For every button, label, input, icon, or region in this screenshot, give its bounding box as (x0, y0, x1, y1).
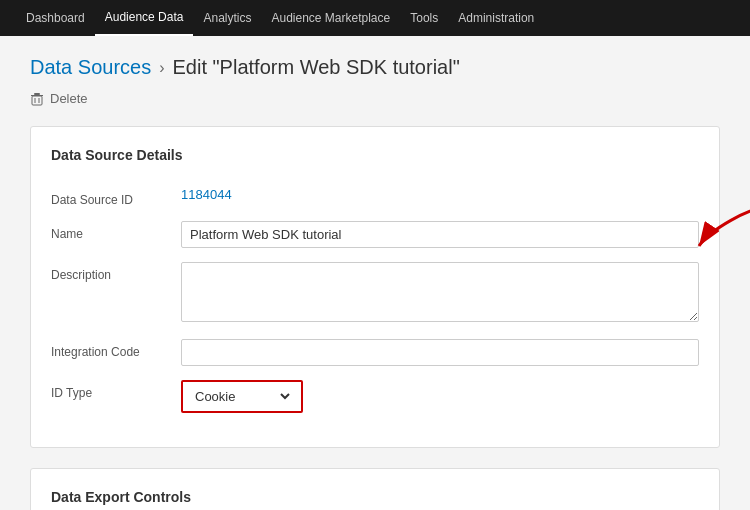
data-source-id-row: Data Source ID 1184044 (51, 187, 699, 207)
data-source-id-label: Data Source ID (51, 187, 181, 207)
integration-code-label: Integration Code (51, 339, 181, 359)
delete-button-label: Delete (50, 91, 88, 106)
data-export-controls-title: Data Export Controls (51, 489, 699, 510)
id-type-field-wrapper: Cookie Cross Device Mobile (181, 380, 699, 413)
integration-code-input[interactable] (181, 339, 699, 366)
name-input[interactable] (181, 221, 699, 248)
trash-icon (30, 92, 44, 106)
svg-rect-2 (32, 96, 42, 105)
data-source-id-value: 1184044 (181, 187, 699, 202)
id-type-select[interactable]: Cookie Cross Device Mobile (191, 388, 293, 405)
description-input[interactable] (181, 262, 699, 322)
page-container: Data Sources › Edit "Platform Web SDK tu… (0, 36, 750, 510)
nav-dashboard[interactable]: Dashboard (16, 0, 95, 36)
nav-audience-marketplace[interactable]: Audience Marketplace (261, 0, 400, 36)
name-field-wrapper (181, 221, 699, 248)
description-label: Description (51, 262, 181, 282)
delete-button[interactable]: Delete (30, 91, 88, 106)
name-label: Name (51, 221, 181, 241)
data-source-id-number: 1184044 (181, 181, 232, 202)
id-type-row: ID Type Cookie Cross Device Mobile (51, 380, 699, 413)
nav-analytics[interactable]: Analytics (193, 0, 261, 36)
data-source-details-card: Data Source Details Data Source ID 11840… (30, 126, 720, 448)
data-source-details-title: Data Source Details (51, 147, 699, 171)
nav-tools[interactable]: Tools (400, 0, 448, 36)
integration-code-row: Integration Code (51, 339, 699, 366)
breadcrumb-separator: › (159, 59, 164, 77)
top-navigation: Dashboard Audience Data Analytics Audien… (0, 0, 750, 36)
data-export-controls-card: Data Export Controls No restriction Cann… (30, 468, 720, 510)
breadcrumb-current: Edit "Platform Web SDK tutorial" (173, 56, 460, 79)
integration-code-field-wrapper (181, 339, 699, 366)
nav-administration[interactable]: Administration (448, 0, 544, 36)
nav-audience-data[interactable]: Audience Data (95, 0, 194, 36)
breadcrumb: Data Sources › Edit "Platform Web SDK tu… (30, 56, 720, 79)
svg-rect-1 (34, 93, 40, 95)
description-row: Description (51, 262, 699, 325)
id-type-label: ID Type (51, 380, 181, 400)
name-row: Name (51, 221, 699, 248)
description-field-wrapper (181, 262, 699, 325)
breadcrumb-link[interactable]: Data Sources (30, 56, 151, 79)
id-type-highlighted-container: Cookie Cross Device Mobile (181, 380, 303, 413)
